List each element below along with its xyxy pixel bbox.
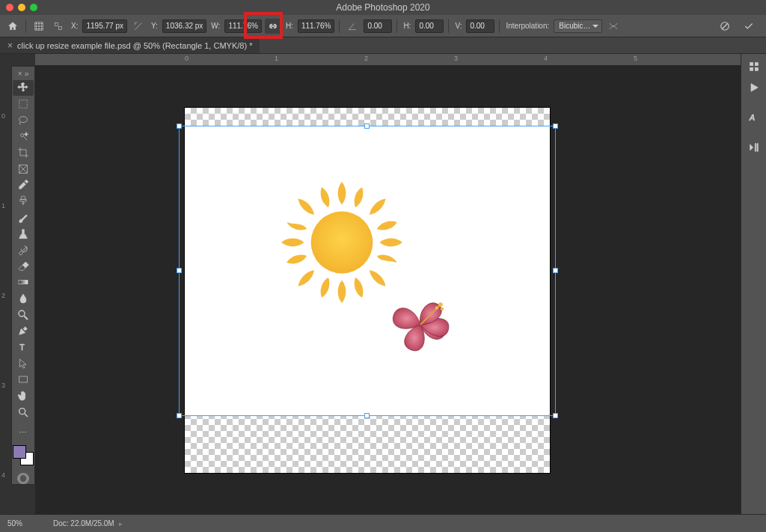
window-zoom-dot[interactable] — [30, 4, 37, 11]
window-titlebar: Adobe Photoshop 2020 — [0, 0, 766, 15]
skew-v-label: V: — [453, 22, 463, 30]
svg-rect-10 — [55, 22, 58, 25]
y-label: Y: — [150, 22, 159, 30]
handle-n[interactable] — [364, 123, 370, 129]
svg-line-14 — [723, 23, 728, 28]
svg-rect-25 — [19, 281, 28, 284]
play-panel-icon[interactable] — [744, 78, 765, 97]
svg-point-17 — [21, 134, 24, 137]
reference-point-selector[interactable] — [31, 19, 47, 34]
handle-sw[interactable] — [177, 413, 182, 418]
relative-positioning-toggle[interactable] — [50, 19, 67, 34]
options-bar: X: 1195.77 px Y: 1036.32 px W: 111.76% H… — [0, 15, 766, 37]
svg-point-8 — [38, 28, 40, 29]
handle-nw[interactable] — [177, 123, 182, 129]
svg-point-1 — [36, 22, 37, 24]
svg-point-9 — [41, 28, 43, 29]
svg-rect-15 — [19, 100, 28, 108]
eyedropper-tool[interactable] — [13, 177, 34, 193]
x-field[interactable]: 1195.77 px — [82, 19, 127, 33]
canvas-area[interactable]: 0 1 2 3 4 5 — [35, 54, 741, 514]
handle-s[interactable] — [364, 413, 370, 418]
quick-mask-toggle[interactable] — [17, 473, 29, 484]
document-tab[interactable]: × click up resize example file.psd @ 50%… — [0, 37, 260, 53]
tools-presets-panel-icon[interactable] — [744, 138, 765, 157]
handle-se[interactable] — [553, 413, 558, 418]
character-panel-icon[interactable]: A — [744, 108, 765, 127]
skew-h-field[interactable]: 0.00 — [415, 19, 444, 33]
h-field[interactable]: 111.76% — [298, 19, 334, 33]
commit-transform-button[interactable] — [741, 19, 757, 34]
svg-point-7 — [36, 28, 37, 29]
svg-point-2 — [38, 22, 40, 24]
type-tool[interactable]: T — [13, 340, 34, 355]
move-tool[interactable] — [13, 80, 34, 96]
svg-rect-12 — [272, 25, 275, 26]
clone-stamp-tool[interactable] — [13, 226, 34, 242]
angle-icon — [344, 19, 361, 34]
foreground-color[interactable] — [13, 445, 26, 459]
window-minimize-dot[interactable] — [18, 4, 25, 11]
properties-panel-icon[interactable] — [744, 57, 765, 76]
horizontal-ruler: 0 1 2 3 4 5 — [35, 54, 741, 66]
hand-tool[interactable] — [13, 388, 34, 404]
w-field[interactable]: 111.76% — [224, 19, 261, 33]
eraser-tool[interactable] — [13, 258, 34, 274]
home-button[interactable] — [4, 19, 21, 34]
path-selection-tool[interactable] — [13, 355, 34, 371]
skew-v-field[interactable]: 0.00 — [466, 19, 494, 33]
lasso-tool[interactable] — [13, 112, 34, 128]
history-brush-tool[interactable] — [13, 242, 34, 258]
svg-rect-11 — [59, 26, 62, 29]
y-field[interactable]: 1036.32 px — [162, 19, 207, 33]
svg-line-27 — [24, 316, 28, 319]
link-aspect-ratio-button[interactable] — [265, 19, 281, 34]
handle-ne[interactable] — [553, 123, 558, 129]
interpolation-select[interactable]: Bicubic… — [554, 19, 601, 33]
rectangle-tool[interactable] — [13, 372, 34, 388]
color-swatches[interactable] — [13, 445, 34, 465]
healing-brush-tool[interactable] — [13, 194, 34, 210]
svg-rect-22 — [20, 199, 26, 201]
zoom-tool[interactable] — [13, 404, 34, 420]
panel-grip[interactable]: ×» — [13, 70, 34, 77]
dodge-tool[interactable] — [13, 307, 34, 322]
h-label: H: — [284, 22, 295, 30]
interpolation-label: Interpolation: — [504, 22, 551, 30]
quick-selection-tool[interactable] — [13, 129, 34, 144]
vertical-ruler: 0 1 2 3 4 — [0, 54, 11, 514]
window-close-dot[interactable] — [6, 4, 13, 11]
x-label: X: — [70, 22, 79, 30]
svg-point-30 — [19, 408, 25, 414]
close-tab-icon[interactable]: × — [7, 40, 13, 51]
svg-text:A: A — [749, 113, 755, 122]
frame-tool[interactable] — [13, 161, 34, 177]
handle-e[interactable] — [553, 268, 558, 273]
svg-rect-21 — [21, 196, 25, 199]
document-tab-label: click up resize example file.psd @ 50% (… — [17, 41, 252, 50]
zoom-level[interactable]: 50% — [0, 519, 41, 528]
warp-mode-button[interactable] — [605, 19, 622, 34]
svg-rect-37 — [755, 63, 758, 66]
svg-point-26 — [19, 311, 25, 317]
svg-rect-38 — [750, 67, 753, 70]
cancel-transform-button[interactable] — [717, 19, 733, 34]
edit-toolbar-button[interactable]: ⋯ — [13, 425, 34, 441]
svg-text:T: T — [19, 343, 25, 352]
marquee-tool[interactable] — [13, 97, 34, 112]
svg-rect-36 — [750, 63, 753, 66]
handle-w[interactable] — [177, 268, 182, 273]
svg-point-3 — [41, 22, 43, 24]
transform-bounding-box[interactable] — [179, 126, 556, 416]
pen-tool[interactable] — [13, 323, 34, 339]
gradient-tool[interactable] — [13, 275, 34, 290]
document-canvas[interactable] — [185, 108, 550, 473]
doc-info[interactable]: Doc: 22.0M/25.0M — [41, 519, 123, 528]
angle-field[interactable]: 0.00 — [364, 19, 392, 33]
svg-line-31 — [25, 414, 28, 417]
crop-tool[interactable] — [13, 145, 34, 161]
swap-xy-icon[interactable] — [130, 19, 147, 34]
brush-tool[interactable] — [13, 210, 34, 225]
skew-h-label: H: — [402, 22, 412, 30]
blur-tool[interactable] — [13, 291, 34, 307]
